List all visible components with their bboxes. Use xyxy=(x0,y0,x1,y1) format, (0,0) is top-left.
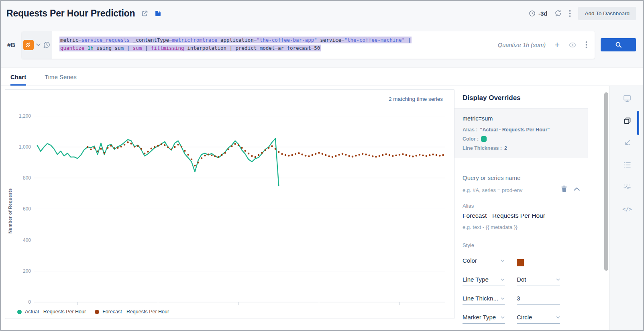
override-color-label: Color : xyxy=(463,136,479,142)
svg-text:0: 0 xyxy=(28,299,31,305)
chevron-down-icon xyxy=(556,278,560,281)
axes-tool-icon[interactable] xyxy=(623,138,632,147)
line-thickness-input[interactable]: 3 xyxy=(517,295,560,305)
style-color-dropdown[interactable]: Color xyxy=(463,257,505,267)
alias-placeholder-hint: e.g. text - {{ metadata }} xyxy=(463,224,580,230)
collapse-override-icon[interactable] xyxy=(574,187,580,191)
delete-override-icon[interactable] xyxy=(561,185,567,192)
query-type-controls xyxy=(22,31,52,59)
tabs-row: Chart Time Series xyxy=(1,67,643,86)
save-icon[interactable] xyxy=(155,10,161,17)
svg-text:400: 400 xyxy=(23,237,31,243)
query-line-2: quantize 1h using sum | sum | fillmissin… xyxy=(59,45,321,51)
query-ref-label: #B xyxy=(1,41,22,49)
refresh-icon[interactable] xyxy=(554,10,562,17)
page-title: Requests Per Hour Prediction xyxy=(6,8,135,19)
query-input[interactable]: metric=service_requests _contentType=met… xyxy=(52,31,495,59)
legend-dot xyxy=(17,310,22,314)
override-metric: metric=sum xyxy=(463,115,580,122)
query-line-1: metric=service_requests _contentType=met… xyxy=(59,37,412,43)
line-type-value-dropdown[interactable]: Dot xyxy=(517,276,560,286)
marker-type-property-dropdown[interactable]: Marker Type xyxy=(463,314,505,324)
override-thickness-label: Line Thickness : xyxy=(463,145,502,151)
svg-text:1,000: 1,000 xyxy=(19,144,31,150)
override-thickness-value: 2 xyxy=(504,145,507,151)
add-query-icon[interactable]: + xyxy=(554,41,560,49)
display-overrides-tool-icon[interactable] xyxy=(623,116,632,125)
query-kebab-icon[interactable] xyxy=(585,41,587,49)
override-color-swatch xyxy=(481,136,487,142)
display-overrides-panel: Display Overrides metric=sum Alias : "Ac… xyxy=(454,86,588,330)
code-tool-icon[interactable]: </> xyxy=(623,204,632,213)
clock-history-icon[interactable] xyxy=(43,41,51,49)
y-axis-title: Number of Requests xyxy=(8,155,12,267)
clock-icon xyxy=(529,10,536,17)
active-tool-indicator xyxy=(637,111,639,135)
matching-series-count: 2 matching time series xyxy=(389,96,443,102)
run-query-button[interactable] xyxy=(601,38,636,51)
alias-field-label: Alias xyxy=(463,203,580,209)
chevron-down-icon[interactable] xyxy=(36,43,41,46)
tab-time-series[interactable]: Time Series xyxy=(45,74,76,86)
panel-scrollbar-track xyxy=(588,86,609,330)
add-to-dashboard-button[interactable]: Add To Dashboard xyxy=(578,7,636,20)
style-color-swatch[interactable] xyxy=(517,259,524,266)
eye-icon[interactable] xyxy=(569,42,577,48)
search-icon xyxy=(615,41,622,48)
series-name-input[interactable] xyxy=(463,181,545,185)
query-section: #B metric=service_requests _contentType=… xyxy=(1,26,643,67)
svg-text:800: 800 xyxy=(23,175,31,181)
panel-scrollbar-thumb[interactable] xyxy=(604,92,608,271)
override-form: Query or series name e.g. #A, series = p… xyxy=(454,158,588,324)
override-summary-card[interactable]: metric=sum Alias : "Actual - Requests Pe… xyxy=(454,108,588,158)
svg-text:200: 200 xyxy=(23,268,31,274)
legend-item-1[interactable]: Forecast - Requests Per Hour xyxy=(95,309,169,315)
time-series-chart[interactable]: 02004006008001,0001,200Dec 20Dec 21Dec 2… xyxy=(5,90,454,306)
metrics-query-icon[interactable] xyxy=(23,40,34,50)
legend-label: Actual - Requests Per Hour xyxy=(25,309,86,315)
line-type-property-dropdown[interactable]: Line Type xyxy=(463,276,505,286)
chevron-down-icon xyxy=(501,316,505,319)
quantize-summary: Quantize 1h (sum) xyxy=(498,42,546,48)
style-section-label: Style xyxy=(463,242,580,248)
tab-chart[interactable]: Chart xyxy=(10,74,26,86)
time-range-control[interactable]: -3d xyxy=(529,10,548,17)
share-icon[interactable] xyxy=(141,10,148,17)
legend-dot xyxy=(95,310,99,314)
marker-type-value-dropdown[interactable]: Circle xyxy=(517,314,560,324)
right-toolbar: </> xyxy=(609,86,644,330)
kebab-menu-icon[interactable] xyxy=(569,10,571,17)
chevron-down-icon xyxy=(501,259,505,262)
chart-card: 2 matching time series Number of Request… xyxy=(5,89,454,319)
override-alias-label: Alias : xyxy=(463,127,478,133)
series-name-label: Query or series name xyxy=(463,174,554,181)
legend-label: Forecast - Requests Per Hour xyxy=(102,309,169,315)
chevron-down-icon xyxy=(501,278,505,281)
alias-input[interactable] xyxy=(463,209,545,222)
series-name-placeholder: e.g. #A, series = prod-env xyxy=(463,187,554,193)
events-pulse-tool-icon[interactable] xyxy=(623,182,632,191)
main-area: 2 matching time series Number of Request… xyxy=(1,86,643,330)
chart-legend: Actual - Requests Per HourForecast - Req… xyxy=(17,309,169,315)
display-tool-icon[interactable] xyxy=(623,94,632,103)
chevron-down-icon xyxy=(501,297,505,300)
svg-text:600: 600 xyxy=(23,206,31,212)
svg-text:1,200: 1,200 xyxy=(19,113,31,119)
chevron-down-icon xyxy=(556,316,560,319)
panel-title: Display Overrides xyxy=(454,86,588,108)
list-tool-icon[interactable] xyxy=(623,160,632,169)
time-range-value: -3d xyxy=(538,10,548,17)
legend-item-0[interactable]: Actual - Requests Per Hour xyxy=(17,309,86,315)
query-card: metric=service_requests _contentType=met… xyxy=(22,31,595,59)
page-header: Requests Per Hour Prediction -3d Ad xyxy=(1,1,643,26)
line-thickness-property-dropdown[interactable]: Line Thickn... xyxy=(463,295,505,305)
override-alias-value: "Actual - Requests Per Hour" xyxy=(480,127,550,133)
